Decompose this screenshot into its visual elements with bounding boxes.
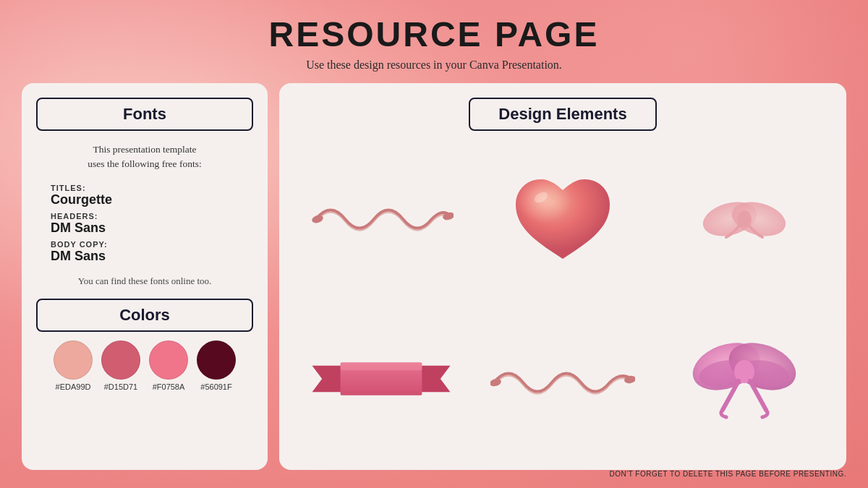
page-header: RESOURCE PAGE Use these design resources… [22, 14, 846, 72]
right-panel: Design Elements [279, 83, 846, 470]
color-circle-1 [54, 341, 93, 380]
colors-badge: Colors [36, 299, 253, 332]
font-role-titles: TITLES: [51, 184, 253, 192]
page-title: RESOURCE PAGE [22, 14, 846, 54]
color-swatches: #EDA99D #D15D71 #F0758A #56091F [36, 341, 253, 391]
heart-element [475, 142, 651, 296]
footer-note: DON'T FORGET TO DELETE THIS PAGE BEFORE … [22, 470, 846, 481]
color-swatch-3: #F0758A [149, 341, 188, 391]
color-circle-3 [149, 341, 188, 380]
color-circle-2 [101, 341, 140, 380]
design-elements-label: Design Elements [498, 105, 626, 123]
font-list: TITLES: Courgette HEADERS: DM Sans BODY … [36, 184, 253, 264]
font-name-courgette: Courgette [51, 192, 253, 207]
design-elements-grid [294, 142, 832, 455]
color-swatch-1: #EDA99D [54, 341, 93, 391]
colors-label: Colors [119, 306, 170, 324]
ribbon-squiggle-top [294, 142, 469, 296]
main-panels: Fonts This presentation templateuses the… [22, 83, 846, 470]
font-find-note: You can find these fonts online too. [36, 275, 253, 287]
banner-ribbon [294, 302, 469, 456]
ribbon-squiggle-bottom [475, 302, 651, 456]
font-item-body: BODY COPY: DM Sans [51, 240, 253, 264]
left-panel: Fonts This presentation templateuses the… [22, 83, 268, 470]
page-subtitle: Use these design resources in your Canva… [22, 59, 846, 72]
font-item-headers: HEADERS: DM Sans [51, 212, 253, 236]
color-hex-4: #56091F [200, 382, 231, 391]
color-circle-4 [197, 341, 236, 380]
fonts-label: Fonts [123, 105, 166, 123]
fonts-badge: Fonts [36, 98, 253, 131]
design-elements-badge: Design Elements [469, 98, 657, 131]
fonts-description: This presentation templateuses the follo… [36, 142, 253, 172]
page-content: RESOURCE PAGE Use these design resources… [0, 0, 868, 488]
color-hex-1: #EDA99D [56, 382, 91, 391]
color-swatch-4: #56091F [197, 341, 236, 391]
font-name-dm-sans-headers: DM Sans [51, 221, 253, 236]
colors-section: Colors #EDA99D #D15D71 #F0758A [36, 299, 253, 391]
font-name-dm-sans-body: DM Sans [51, 249, 253, 264]
color-swatch-2: #D15D71 [101, 341, 140, 391]
svg-rect-7 [341, 362, 422, 370]
font-item-titles: TITLES: Courgette [51, 184, 253, 207]
color-hex-3: #F0758A [153, 382, 185, 391]
font-role-body: BODY COPY: [51, 240, 253, 249]
bow-small [656, 142, 832, 296]
bow-large [656, 302, 832, 456]
font-role-headers: HEADERS: [51, 212, 253, 221]
color-hex-2: #D15D71 [104, 382, 137, 391]
